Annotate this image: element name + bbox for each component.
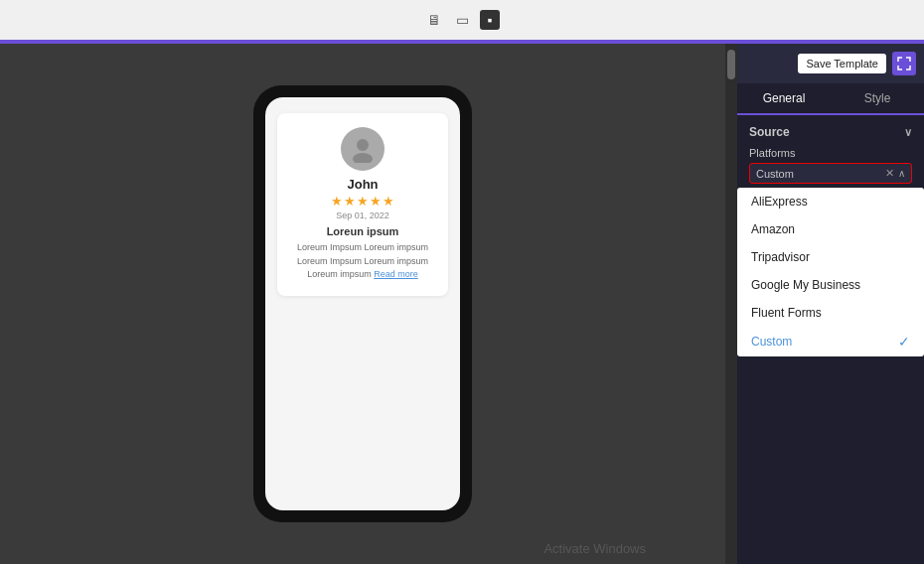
main-area: John ★★★★★ Sep 01, 2022 Loreun ipsum Lor…	[0, 44, 924, 564]
review-line-3: Loreum impsum	[307, 269, 374, 279]
star-rating: ★★★★★	[331, 194, 395, 209]
read-more-link[interactable]: Read more	[374, 269, 418, 279]
avatar	[341, 127, 385, 171]
phone-mockup: John ★★★★★ Sep 01, 2022 Loreun ipsum Lor…	[253, 85, 472, 522]
dropdown-item-amazon[interactable]: Amazon	[737, 215, 924, 243]
dropdown-item-tripadvisor[interactable]: Tripadvisor	[737, 243, 924, 271]
review-line-1: Loreum Impsum Loreum impsum	[297, 242, 428, 252]
platforms-label: Platforms	[737, 147, 924, 163]
platforms-dropdown: AliExpress Amazon Tripadvisor Google My …	[737, 188, 924, 356]
svg-point-1	[353, 153, 373, 163]
desktop-icon[interactable]: 🖥	[424, 10, 444, 30]
platforms-chevron-icon: ∧	[898, 168, 905, 179]
canvas-area: John ★★★★★ Sep 01, 2022 Loreun ipsum Lor…	[0, 44, 725, 564]
platforms-field[interactable]: Custom ✕ ∧	[749, 163, 912, 184]
check-icon: ✓	[898, 334, 910, 350]
svg-point-0	[357, 139, 369, 151]
tab-general[interactable]: General	[737, 83, 831, 115]
fullscreen-button[interactable]	[892, 52, 916, 75]
panel-header: Save Template	[737, 44, 924, 83]
source-section-header[interactable]: Source ∨	[737, 115, 924, 147]
review-line-2: Loreum Impsum Loreum impsum	[297, 256, 428, 266]
review-title: Loreun ipsum	[327, 225, 399, 237]
canvas-scrollbar[interactable]	[725, 44, 737, 564]
tablet-icon[interactable]: ▭	[452, 10, 472, 30]
reviewer-name: John	[347, 177, 378, 192]
source-chevron-icon: ∨	[904, 126, 912, 139]
save-template-button[interactable]: Save Template	[798, 54, 886, 73]
scrollbar-thumb[interactable]	[727, 50, 735, 79]
source-title: Source	[749, 125, 790, 139]
watermark-text: Activate Windows	[543, 541, 646, 556]
dropdown-item-fluent[interactable]: Fluent Forms	[737, 299, 924, 327]
dropdown-item-aliexpress[interactable]: AliExpress	[737, 188, 924, 215]
right-panel: Save Template General Style Source ∨	[737, 44, 924, 564]
dropdown-item-google[interactable]: Google My Business	[737, 271, 924, 299]
platforms-value: Custom	[756, 168, 885, 180]
tab-style[interactable]: Style	[831, 83, 924, 113]
platforms-clear-icon[interactable]: ✕	[885, 167, 894, 180]
review-date: Sep 01, 2022	[336, 211, 389, 220]
phone-screen: John ★★★★★ Sep 01, 2022 Loreun ipsum Lor…	[265, 97, 460, 510]
mobile-icon[interactable]: ▪	[480, 10, 500, 30]
top-bar: 🖥 ▭ ▪	[0, 0, 924, 40]
review-body: Loreum Impsum Loreum impsum Loreum Impsu…	[297, 241, 428, 282]
panel-tabs: General Style	[737, 83, 924, 115]
dropdown-item-custom[interactable]: Custom ✓	[737, 327, 924, 356]
review-card: John ★★★★★ Sep 01, 2022 Loreun ipsum Lor…	[277, 113, 448, 296]
